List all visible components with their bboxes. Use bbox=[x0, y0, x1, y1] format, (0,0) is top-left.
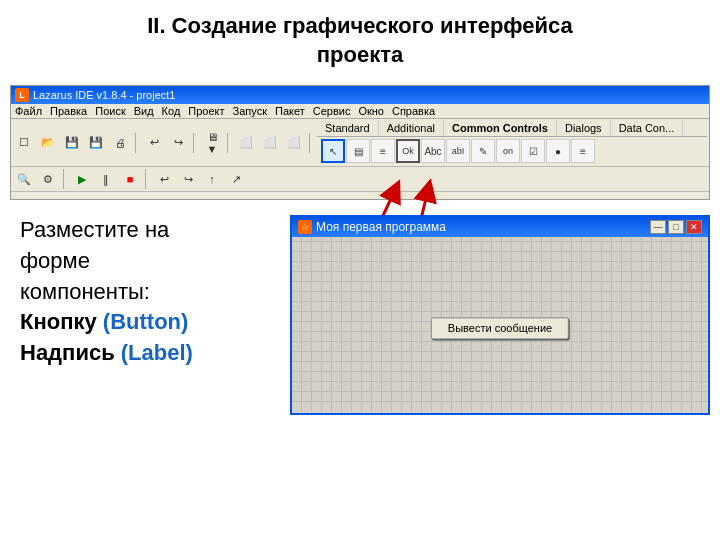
form-titlebar: ☆ Моя первая программа — □ ✕ bbox=[292, 217, 708, 237]
tb-extra2[interactable]: ⬜ bbox=[259, 132, 281, 154]
palette-tabs: Standard Additional Common Controls Dial… bbox=[317, 120, 707, 137]
tb-saveall[interactable]: 💾 bbox=[85, 132, 107, 154]
tb-new[interactable]: ☐ bbox=[13, 132, 35, 154]
tb-undo[interactable]: ↩ bbox=[143, 132, 165, 154]
form-window-controls[interactable]: — □ ✕ bbox=[650, 220, 702, 234]
tb2-sep2 bbox=[145, 169, 149, 189]
tb2-inspect[interactable]: 🔍 bbox=[13, 168, 35, 190]
tab-dialogs[interactable]: Dialogs bbox=[557, 120, 611, 136]
pal-memo[interactable]: ✎ bbox=[471, 139, 495, 163]
menu-code[interactable]: Код bbox=[162, 105, 181, 117]
page-title: II. Создание графического интерфейса про… bbox=[0, 0, 720, 79]
bottom-area: Разместите на форме компоненты: Кнопку (… bbox=[10, 205, 710, 530]
lazarus-icon: L bbox=[15, 88, 29, 102]
tab-common-controls[interactable]: Common Controls bbox=[444, 120, 557, 136]
instr-line2: форме bbox=[20, 248, 90, 273]
form-title-left: ☆ Моя первая программа bbox=[298, 220, 446, 234]
tb2-stepout[interactable]: ↑ bbox=[201, 168, 223, 190]
tb2-pause[interactable]: ‖ bbox=[95, 168, 117, 190]
tb-sep3 bbox=[227, 133, 231, 153]
tb2-run2[interactable]: ↗ bbox=[225, 168, 247, 190]
form-close-btn[interactable]: ✕ bbox=[686, 220, 702, 234]
tb-sep2 bbox=[193, 133, 197, 153]
tb-sep1 bbox=[135, 133, 139, 153]
menu-file[interactable]: Файл bbox=[15, 105, 42, 117]
tb2-run[interactable]: ▶ bbox=[71, 168, 93, 190]
ide-title-text: Lazarus IDE v1.8.4 - project1 bbox=[33, 89, 175, 101]
pal-edit[interactable]: abI bbox=[446, 139, 470, 163]
toolbar-row-2: 🔍 ⚙ ▶ ‖ ■ ↩ ↪ ↑ ↗ bbox=[11, 167, 709, 192]
instr-line3: компоненты: bbox=[20, 279, 150, 304]
tb-redo[interactable]: ↪ bbox=[167, 132, 189, 154]
instr-label-colored: (Label) bbox=[121, 340, 193, 365]
tb-open[interactable]: 📂 bbox=[37, 132, 59, 154]
pal-checkbox[interactable]: ☑ bbox=[521, 139, 545, 163]
tab-additional[interactable]: Additional bbox=[379, 120, 444, 136]
tb-sep4 bbox=[309, 133, 313, 153]
pal-ok-button[interactable]: Ok bbox=[396, 139, 420, 163]
menu-view[interactable]: Вид bbox=[134, 105, 154, 117]
pal-label[interactable]: Abc bbox=[421, 139, 445, 163]
form-icon: ☆ bbox=[298, 220, 312, 234]
tb-extra1[interactable]: ⬜ bbox=[235, 132, 257, 154]
form-window: ☆ Моя первая программа — □ ✕ Вывести соо… bbox=[290, 215, 710, 415]
tb-print[interactable]: 🖨 bbox=[109, 132, 131, 154]
form-minimize-btn[interactable]: — bbox=[650, 220, 666, 234]
pal-pointer[interactable]: ↖ bbox=[321, 139, 345, 163]
tb2-sep1 bbox=[63, 169, 67, 189]
instr-button-colored: (Button) bbox=[103, 309, 189, 334]
pal-scrollbar[interactable]: ≡ bbox=[571, 139, 595, 163]
pal-toggle[interactable]: on bbox=[496, 139, 520, 163]
tab-data-con[interactable]: Data Con... bbox=[611, 120, 684, 136]
tb2-stepover[interactable]: ↩ bbox=[153, 168, 175, 190]
title-line1: II. Создание графического интерфейса bbox=[147, 13, 573, 38]
menu-window[interactable]: Окно bbox=[358, 105, 384, 117]
instr-line1: Разместите на bbox=[20, 217, 169, 242]
instruction-text: Разместите на форме компоненты: Кнопку (… bbox=[10, 205, 270, 379]
tb-extra3[interactable]: ⬜ bbox=[283, 132, 305, 154]
pal-list[interactable]: ≡ bbox=[371, 139, 395, 163]
menu-package[interactable]: Пакет bbox=[275, 105, 305, 117]
tb2-stop[interactable]: ■ bbox=[119, 168, 141, 190]
instr-button-bold: Кнопку bbox=[20, 309, 97, 334]
menu-run[interactable]: Запуск bbox=[233, 105, 267, 117]
tb-monitor[interactable]: 🖥▼ bbox=[201, 132, 223, 154]
ide-window: L Lazarus IDE v1.8.4 - project1 Файл Пра… bbox=[10, 85, 710, 200]
tab-standard[interactable]: Standard bbox=[317, 120, 379, 136]
menu-edit[interactable]: Правка bbox=[50, 105, 87, 117]
tb2-settings[interactable]: ⚙ bbox=[37, 168, 59, 190]
ide-menubar[interactable]: Файл Правка Поиск Вид Код Проект Запуск … bbox=[11, 104, 709, 119]
instr-label-bold: Надпись bbox=[20, 340, 115, 365]
pal-frame[interactable]: ▤ bbox=[346, 139, 370, 163]
menu-help[interactable]: Справка bbox=[392, 105, 435, 117]
tb-save[interactable]: 💾 bbox=[61, 132, 83, 154]
palette-icons: ↖ ▤ ≡ Ok Abc abI ✎ on ☑ ● ≡ bbox=[317, 137, 707, 165]
form-action-button[interactable]: Вывести сообщение bbox=[431, 317, 569, 339]
menu-project[interactable]: Проект bbox=[188, 105, 224, 117]
palette-area: Standard Additional Common Controls Dial… bbox=[317, 120, 707, 165]
tb2-stepinto[interactable]: ↪ bbox=[177, 168, 199, 190]
menu-search[interactable]: Поиск bbox=[95, 105, 125, 117]
form-title-text: Моя первая программа bbox=[316, 220, 446, 234]
toolbar-row-1: ☐ 📂 💾 💾 🖨 ↩ ↪ 🖥▼ ⬜ ⬜ ⬜ Standard Addition… bbox=[11, 119, 709, 167]
menu-service[interactable]: Сервис bbox=[313, 105, 351, 117]
ide-titlebar: L Lazarus IDE v1.8.4 - project1 bbox=[11, 86, 709, 104]
pal-radio[interactable]: ● bbox=[546, 139, 570, 163]
form-body: Вывести сообщение bbox=[292, 237, 708, 411]
title-line2: проекта bbox=[317, 42, 403, 67]
form-maximize-btn[interactable]: □ bbox=[668, 220, 684, 234]
